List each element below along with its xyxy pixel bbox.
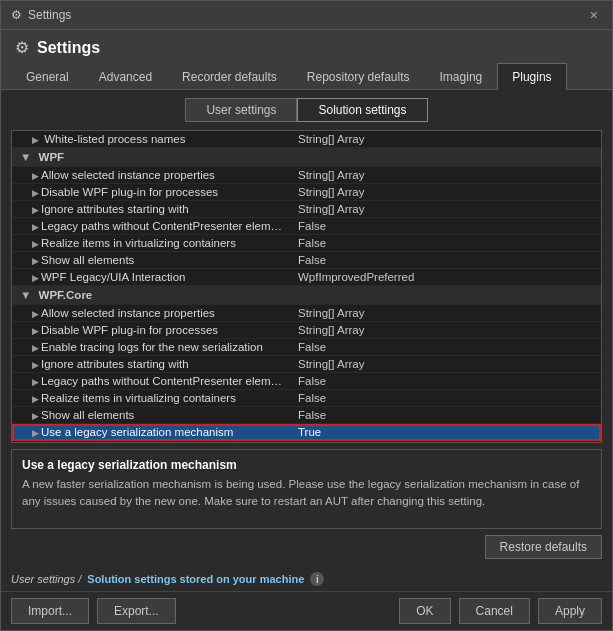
setting-value: String[] Array <box>292 322 601 339</box>
solution-settings-button[interactable]: Solution settings <box>297 98 427 122</box>
table-row[interactable]: ▶Legacy paths without ContentPresenter e… <box>12 218 601 235</box>
restore-defaults-row: Restore defaults <box>11 535 602 559</box>
table-row[interactable]: ▶Realize items in virtualizing container… <box>12 235 601 252</box>
settings-window: ⚙ Settings × ⚙ Settings General Advanced… <box>0 0 613 631</box>
content-area: User settings Solution settings ▶ White-… <box>1 90 612 567</box>
selected-setting-name: ▶Use a legacy serialization mechanism <box>12 424 292 441</box>
setting-name: ▶WPF Legacy/UIA Interaction <box>12 269 292 286</box>
tab-recorder-defaults[interactable]: Recorder defaults <box>167 63 292 90</box>
collapse-icon: ▼ <box>20 289 31 301</box>
footer-text1: User settings / <box>11 573 81 585</box>
setting-value: False <box>292 218 601 235</box>
table-row[interactable]: ▶Disable WPF plug-in for processes Strin… <box>12 184 601 201</box>
setting-name: ▶ White-listed process names <box>12 131 292 148</box>
setting-name: ▶Legacy paths without ContentPresenter e… <box>12 373 292 390</box>
setting-value: False <box>292 235 601 252</box>
setting-name: ▶Show all elements <box>12 407 292 424</box>
settings-icon: ⚙ <box>11 8 22 22</box>
setting-name: ▶Allow selected instance properties <box>12 305 292 322</box>
table-row[interactable]: ▶Ignore attributes starting with String[… <box>12 201 601 218</box>
table-row[interactable]: ▶Disable WPF plug-in for processes Strin… <box>12 322 601 339</box>
table-row[interactable]: ▶WPF Legacy/UIA Interaction WpfImprovedP… <box>12 269 601 286</box>
table-row[interactable]: ▶Ignore attributes starting with String[… <box>12 356 601 373</box>
setting-value: False <box>292 407 601 424</box>
setting-name: ▶Disable WPF plug-in for processes <box>12 322 292 339</box>
expand-icon: ▶ <box>32 135 39 145</box>
selected-table-row[interactable]: ▶Use a legacy serialization mechanism Tr… <box>12 424 601 441</box>
group-name: ▼ WPF.Core <box>12 286 601 305</box>
table-row[interactable]: ▶Show all elements False <box>12 252 601 269</box>
title-bar-left: ⚙ Settings <box>11 8 71 22</box>
export-button[interactable]: Export... <box>97 598 176 624</box>
group-name: ▼ WPF <box>12 148 601 167</box>
window-header: ⚙ Settings <box>1 30 612 63</box>
selected-setting-value: True <box>292 424 601 441</box>
setting-value: True <box>292 441 601 444</box>
import-export-group: Import... Export... <box>11 598 391 624</box>
close-button[interactable]: × <box>586 7 602 23</box>
table-row[interactable]: ▶Allow selected instance properties Stri… <box>12 167 601 184</box>
setting-value: String[] Array <box>292 201 601 218</box>
table-row[interactable]: ▶Legacy paths without ContentPresenter e… <box>12 373 601 390</box>
ok-button[interactable]: OK <box>399 598 450 624</box>
setting-value: False <box>292 339 601 356</box>
collapse-icon: ▼ <box>20 151 31 163</box>
tab-plugins[interactable]: Plugins <box>497 63 566 90</box>
restore-defaults-button[interactable]: Restore defaults <box>485 535 602 559</box>
table-row[interactable]: ▶Realize items in virtualizing container… <box>12 390 601 407</box>
tab-repository-defaults[interactable]: Repository defaults <box>292 63 425 90</box>
setting-name: ▶Legacy paths without ContentPresenter e… <box>12 218 292 235</box>
setting-name: ▶Realize items in virtualizing container… <box>12 235 292 252</box>
setting-value: String[] Array <box>292 356 601 373</box>
footer-text2: Solution settings stored on your machine <box>87 573 304 585</box>
setting-name: ▶Show all elements <box>12 252 292 269</box>
setting-value: False <box>292 373 601 390</box>
table-row[interactable]: ▶Allow selected instance properties Stri… <box>12 305 601 322</box>
setting-value: String[] Array <box>292 131 601 148</box>
info-box-text: A new faster serialization mechanism is … <box>22 476 591 511</box>
setting-value: String[] Array <box>292 167 601 184</box>
tab-advanced[interactable]: Advanced <box>84 63 167 90</box>
info-icon[interactable]: i <box>310 572 324 586</box>
setting-name: ▶Realize items in virtualizing container… <box>12 390 292 407</box>
window-title: Settings <box>28 8 71 22</box>
tabs-bar: General Advanced Recorder defaults Repos… <box>1 63 612 90</box>
info-box: Use a legacy serialization mechanism A n… <box>11 449 602 529</box>
cancel-button[interactable]: Cancel <box>459 598 530 624</box>
tab-general[interactable]: General <box>11 63 84 90</box>
table-row[interactable]: ▶ White-listed process names String[] Ar… <box>12 131 601 148</box>
setting-value: False <box>292 252 601 269</box>
table-row[interactable]: ▶WPF Core Plugin enabled True <box>12 441 601 444</box>
setting-name: ▶WPF Core Plugin enabled <box>12 441 292 444</box>
apply-button[interactable]: Apply <box>538 598 602 624</box>
user-settings-button[interactable]: User settings <box>185 98 297 122</box>
import-button[interactable]: Import... <box>11 598 89 624</box>
group-row-wpfcore[interactable]: ▼ WPF.Core <box>12 286 601 305</box>
table-row[interactable]: ▶Show all elements False <box>12 407 601 424</box>
footer-info: User settings / Solution settings stored… <box>1 567 612 591</box>
group-row-wpf[interactable]: ▼ WPF <box>12 148 601 167</box>
setting-value: WpfImprovedPreferred <box>292 269 601 286</box>
setting-name: ▶Disable WPF plug-in for processes <box>12 184 292 201</box>
header-icon: ⚙ <box>15 38 29 57</box>
title-bar: ⚙ Settings × <box>1 1 612 30</box>
setting-value: String[] Array <box>292 305 601 322</box>
info-box-title: Use a legacy serialization mechanism <box>22 458 591 472</box>
setting-name: ▶Ignore attributes starting with <box>12 356 292 373</box>
header-title: Settings <box>37 39 100 57</box>
bottom-buttons: Import... Export... OK Cancel Apply <box>1 591 612 630</box>
settings-table-container[interactable]: ▶ White-listed process names String[] Ar… <box>11 130 602 443</box>
table-row[interactable]: ▶Enable tracing logs for the new seriali… <box>12 339 601 356</box>
setting-name: ▶Ignore attributes starting with <box>12 201 292 218</box>
settings-table: ▶ White-listed process names String[] Ar… <box>12 131 601 443</box>
setting-value: False <box>292 390 601 407</box>
tab-imaging[interactable]: Imaging <box>425 63 498 90</box>
setting-value: String[] Array <box>292 184 601 201</box>
setting-name: ▶Enable tracing logs for the new seriali… <box>12 339 292 356</box>
setting-name: ▶Allow selected instance properties <box>12 167 292 184</box>
settings-buttons: User settings Solution settings <box>11 98 602 122</box>
